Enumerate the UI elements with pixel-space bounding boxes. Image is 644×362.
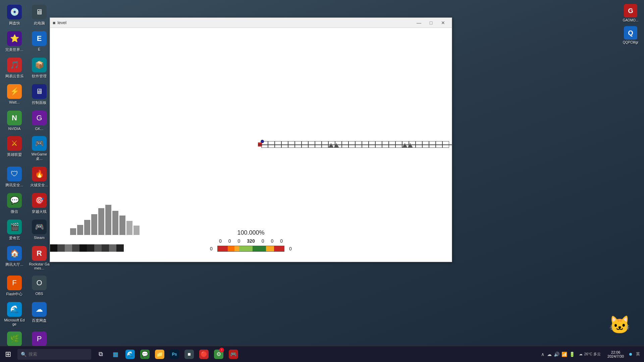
hud-right-num: 0: [287, 246, 294, 251]
taskbar-search-box[interactable]: 🔍: [17, 349, 91, 360]
notification-center-button[interactable]: [628, 353, 633, 356]
maximize-button[interactable]: □: [425, 18, 437, 28]
desktop-icon-gaomo[interactable]: G GAOMO...: [620, 3, 641, 23]
accent-dot: [629, 353, 632, 356]
desktop-icon-huorong[interactable]: 🔥 火绒安全...: [28, 165, 51, 190]
block-8: [102, 244, 109, 252]
close-button[interactable]: ✕: [437, 18, 449, 28]
hud-numbers-row: 0 0 0 320 0 0 0: [219, 238, 283, 244]
hud-num-0: 0: [219, 238, 222, 244]
desktop-icon-ctrlpanel[interactable]: 🖥 控制面板: [28, 82, 51, 107]
window-title: level: [57, 20, 413, 25]
systray-battery-icon[interactable]: 🔋: [569, 352, 575, 357]
hud-bar-row: 0 0: [208, 246, 294, 252]
desktop-icon-netease[interactable]: 🎵 网易云音乐: [3, 56, 26, 81]
hud-percentage: 100.000%: [237, 229, 264, 236]
taskbar-icon-app8[interactable]: ⚙ !: [212, 346, 225, 362]
bar-seg-red2: [274, 246, 284, 251]
block-7: [94, 244, 102, 252]
weather-area[interactable]: ☁ 26°C 多云: [576, 352, 603, 357]
desktop-icon-baidu[interactable]: ☁ 百度网盘: [28, 300, 51, 328]
platform-cell: [436, 141, 442, 148]
desktop-icon-edge[interactable]: 🌊 Microsoft Edge: [3, 300, 26, 328]
eq-bar-3: [84, 220, 90, 235]
desktop-icon-tencent-sec[interactable]: 🛡 腾讯安全...: [3, 165, 26, 190]
bar-seg-yellow: [234, 246, 239, 251]
block-9: [109, 244, 116, 252]
window-menu-icon: ■: [53, 20, 55, 25]
desktop-icon-wanmei[interactable]: ⭐ 完美世界...: [3, 29, 26, 54]
desktop-icon-tencent[interactable]: 🏠 腾讯大厅...: [3, 244, 26, 272]
game-canvas: 100.000% 0 0 0 320 0 0 0 0: [50, 28, 452, 262]
block-2: [57, 244, 65, 252]
platform-cell: [382, 141, 389, 148]
desktop-icon-qqpcmgr[interactable]: Q QQPCMgr: [620, 25, 641, 46]
systray-cloud-icon[interactable]: ☁: [547, 352, 552, 357]
eq-bar-4: [91, 214, 97, 235]
block-1: [50, 244, 57, 252]
platform-cell: [322, 141, 328, 148]
platform-cell: [308, 141, 315, 148]
desktop-icon-cf[interactable]: 🎯 穿越火线: [28, 191, 51, 216]
taskbar-icon-files[interactable]: 📁: [153, 346, 166, 362]
platform-cell: [355, 141, 362, 148]
platform-cell: [442, 141, 449, 148]
show-more-button[interactable]: ∧: [540, 352, 546, 357]
taskbar-icon-app7[interactable]: 🔴: [197, 346, 211, 362]
taskbar-icon-ps[interactable]: Ps: [168, 346, 181, 362]
desktop-icon-nvidia[interactable]: N NVIDIA: [3, 109, 26, 133]
desktop-icon-steam[interactable]: 🎮 Steam: [28, 218, 51, 243]
weather-text: 26°C 多云: [584, 352, 601, 357]
cat-decoration: 🐱: [609, 315, 631, 335]
desktop-icon-lol[interactable]: ⚔ 英雄联盟: [3, 134, 26, 163]
eq-bar-5: [98, 208, 104, 235]
desktop-icon-rockstar[interactable]: R Rockstar Games...: [28, 244, 51, 272]
platform-cell: [281, 141, 288, 148]
desktop-icon-wechat[interactable]: 💬 微信: [3, 191, 26, 216]
platform-cell: [315, 141, 322, 148]
window-titlebar[interactable]: ■ level — □ ✕: [50, 18, 452, 28]
hud-num-1: 0: [228, 238, 231, 244]
weather-icon: ☁: [579, 352, 583, 356]
taskbar-icon-game[interactable]: 🎮: [227, 346, 240, 362]
eq-bar-10: [133, 226, 140, 235]
taskbar-icon-taskview[interactable]: ⧉: [94, 346, 107, 362]
eq-bar-6: [105, 205, 111, 235]
taskbar-right: ∧ ☁ 🔊 📶 🔋 ☁ 26°C 多云 22:06 2024/7/30: [540, 349, 644, 360]
desktop-icon-gk[interactable]: G GK...: [28, 109, 51, 133]
window-controls: — □ ✕: [413, 18, 449, 28]
desktop-icon-iqiyi[interactable]: 🎬 爱奇艺: [3, 218, 26, 243]
desktop-icon-wegame[interactable]: 🎮 WeGame桌...: [28, 134, 51, 163]
desktop-icon-obs[interactable]: O OBS: [28, 274, 51, 299]
taskbar-icon-app6[interactable]: ■: [182, 346, 196, 362]
taskbar-icon-widgets[interactable]: ▦: [109, 346, 122, 362]
desktop-icons-panel: 💿 网盘快 🖥 此电脑 ⭐ 完美世界... E E 🎵 网易云音乐: [0, 0, 54, 346]
bar-seg-orange: [228, 246, 234, 251]
clock-time: 22:06: [611, 350, 621, 354]
desktop-right-icons: G GAOMO... Q QQPCMgr: [617, 0, 644, 48]
hud-num-2: 0: [238, 238, 240, 244]
desktop-icon-e[interactable]: E E: [28, 29, 51, 54]
desktop-icon-softmgr[interactable]: 📦 软件管理: [28, 56, 51, 81]
hud-num-5: 0: [280, 238, 283, 244]
systray-network-icon[interactable]: 📶: [561, 352, 567, 357]
start-button[interactable]: ⊞: [0, 346, 16, 362]
eq-bar-1: [70, 228, 76, 235]
platform-cell: [288, 141, 295, 148]
app-window: ■ level — □ ✕: [50, 17, 452, 262]
desktop-icon-watt[interactable]: ⚡ Watt...: [3, 82, 26, 107]
taskbar-icon-wechat-tb[interactable]: 💬: [138, 346, 152, 362]
minimize-button[interactable]: —: [413, 18, 425, 28]
desktop-icon-computer[interactable]: 🖥 此电脑: [28, 3, 51, 28]
desktop-icon-wangpan[interactable]: 💿 网盘快: [3, 3, 26, 28]
systray-speaker-icon[interactable]: 🔊: [554, 352, 559, 357]
eq-bar-7: [112, 211, 118, 235]
taskbar-search-input[interactable]: [29, 352, 82, 357]
taskbar-icon-edge[interactable]: 🌊: [123, 346, 137, 362]
desktop-icon-flash[interactable]: F Flash中心: [3, 274, 26, 299]
eq-bar-9: [126, 221, 132, 235]
hud-num-3: 0: [262, 238, 264, 244]
input-indicator[interactable]: 英: [635, 351, 641, 357]
taskbar-clock[interactable]: 22:06 2024/7/30: [605, 349, 627, 360]
systray-icons: ☁ 🔊 📶 🔋: [547, 352, 575, 357]
